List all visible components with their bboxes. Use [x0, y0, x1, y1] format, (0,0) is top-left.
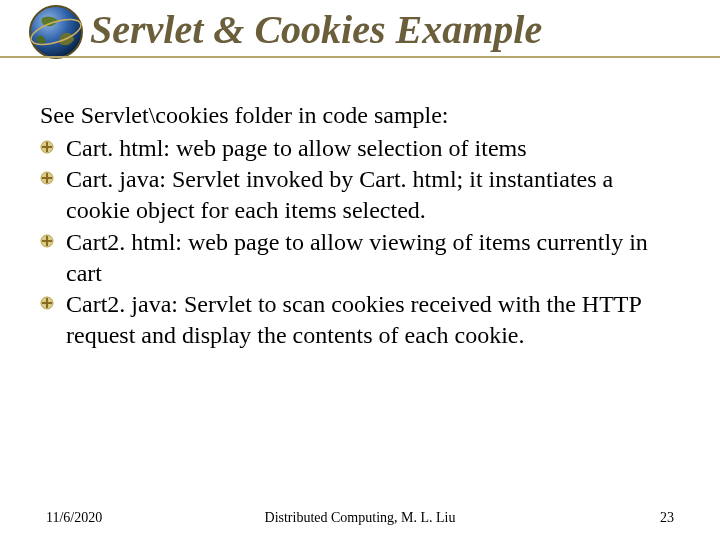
bullet-icon	[40, 171, 54, 185]
list-item: Cart2. java: Servlet to scan cookies rec…	[40, 289, 680, 350]
footer-center: Distributed Computing, M. L. Liu	[265, 510, 456, 526]
slide-header: Servlet & Cookies Example	[0, 0, 720, 72]
globe-icon	[28, 4, 84, 60]
slide-content: See Servlet\cookies folder in code sampl…	[0, 72, 720, 351]
footer-date: 11/6/2020	[46, 510, 102, 526]
svg-rect-13	[42, 302, 52, 304]
item-text: Cart. java: Servlet invoked by Cart. htm…	[66, 166, 613, 223]
svg-rect-10	[42, 240, 52, 242]
item-text: Cart2. html: web page to allow viewing o…	[66, 229, 648, 286]
list-item: Cart. html: web page to allow selection …	[40, 133, 680, 164]
list-item: Cart. java: Servlet invoked by Cart. htm…	[40, 164, 680, 225]
intro-text: See Servlet\cookies folder in code sampl…	[40, 100, 680, 131]
title-underline	[0, 56, 720, 58]
bullet-list: Cart. html: web page to allow selection …	[40, 133, 680, 351]
bullet-icon	[40, 296, 54, 310]
svg-rect-7	[42, 177, 52, 179]
bullet-icon	[40, 140, 54, 154]
slide-title: Servlet & Cookies Example	[90, 6, 542, 53]
svg-point-0	[30, 6, 82, 58]
footer-page-number: 23	[660, 510, 674, 526]
svg-rect-4	[42, 146, 52, 148]
list-item: Cart2. html: web page to allow viewing o…	[40, 227, 680, 288]
slide-footer: 11/6/2020 Distributed Computing, M. L. L…	[0, 510, 720, 526]
item-text: Cart2. java: Servlet to scan cookies rec…	[66, 291, 641, 348]
item-text: Cart. html: web page to allow selection …	[66, 135, 527, 161]
bullet-icon	[40, 234, 54, 248]
